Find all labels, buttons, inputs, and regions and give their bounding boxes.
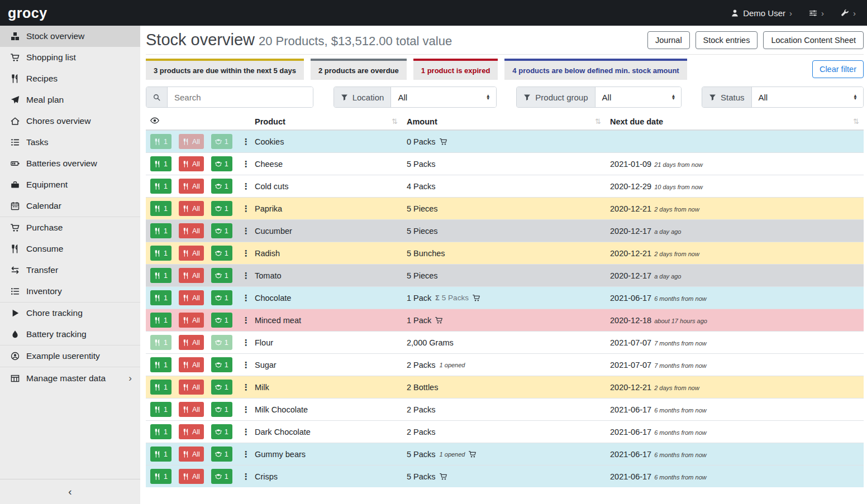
location-content-sheet-button[interactable]: Location Content Sheet (763, 31, 864, 49)
status-select[interactable]: All ▲▼ (752, 87, 863, 107)
consume-one-button[interactable]: 1 (150, 223, 172, 238)
search-input[interactable] (168, 87, 313, 107)
consume-all-button[interactable]: All (179, 268, 204, 283)
column-header-product[interactable]: Product ⇅ (250, 113, 402, 130)
sidebar-item-equipment[interactable]: Equipment (0, 174, 140, 195)
row-menu-button[interactable]: ⋮ (240, 471, 253, 483)
consume-all-button[interactable]: All (179, 424, 204, 439)
sidebar-item-manage-master-data[interactable]: Manage master data› (0, 367, 140, 390)
consume-all-button[interactable]: All (179, 223, 204, 238)
row-menu-button[interactable]: ⋮ (240, 359, 253, 371)
consume-all-button[interactable]: All (179, 156, 204, 171)
consume-one-button[interactable]: 1 (150, 156, 172, 171)
open-one-button[interactable]: 1 (211, 246, 232, 261)
consume-one-button[interactable]: 1 (150, 268, 172, 283)
sidebar-item-tasks[interactable]: Tasks (0, 132, 140, 153)
row-menu-button[interactable]: ⋮ (240, 136, 253, 148)
consume-all-button[interactable]: All (179, 134, 204, 149)
column-header-next-due-date[interactable]: Next due date ⇅ (606, 113, 864, 130)
consume-one-button[interactable]: 1 (150, 313, 172, 328)
banner-due[interactable]: 3 products are due within the next 5 day… (146, 59, 304, 80)
open-one-button[interactable]: 1 (211, 223, 232, 238)
open-one-button[interactable]: 1 (211, 134, 232, 149)
journal-button[interactable]: Journal (647, 31, 690, 49)
consume-all-button[interactable]: All (179, 335, 204, 350)
row-menu-button[interactable]: ⋮ (240, 225, 253, 237)
open-one-button[interactable]: 1 (211, 156, 232, 171)
consume-one-button[interactable]: 1 (150, 134, 172, 149)
row-menu-button[interactable]: ⋮ (240, 314, 253, 327)
sidebar-item-recipes[interactable]: Recipes (0, 68, 140, 89)
sidebar-item-example-userentity[interactable]: Example userentity (0, 345, 140, 367)
sidebar-item-meal-plan[interactable]: Meal plan (0, 89, 140, 111)
consume-one-button[interactable]: 1 (150, 424, 172, 439)
open-one-button[interactable]: 1 (211, 335, 232, 350)
open-one-button[interactable]: 1 (211, 313, 232, 328)
settings-menu[interactable]: › (809, 8, 824, 18)
open-one-button[interactable]: 1 (211, 469, 232, 484)
consume-all-button[interactable]: All (179, 357, 204, 372)
sidebar-item-shopping-list[interactable]: Shopping list (0, 47, 140, 68)
consume-all-button[interactable]: All (179, 313, 204, 328)
row-menu-button[interactable]: ⋮ (240, 381, 253, 393)
consume-one-button[interactable]: 1 (150, 402, 172, 417)
sidebar-item-inventory[interactable]: Inventory (0, 281, 140, 303)
brand-logo[interactable]: grocy (8, 5, 47, 21)
consume-one-button[interactable]: 1 (150, 469, 172, 484)
consume-one-button[interactable]: 1 (150, 380, 172, 395)
row-menu-button[interactable]: ⋮ (240, 203, 253, 215)
clear-filter-button[interactable]: Clear filter (812, 60, 864, 78)
open-one-button[interactable]: 1 (211, 290, 232, 305)
location-select[interactable]: All ▲▼ (391, 87, 496, 107)
consume-one-button[interactable]: 1 (150, 290, 172, 305)
banner-expired[interactable]: 1 product is expired (413, 59, 498, 80)
consume-all-button[interactable]: All (179, 380, 204, 395)
product-group-select[interactable]: All ▲▼ (596, 87, 682, 107)
stock-entries-button[interactable]: Stock entries (695, 31, 758, 49)
row-menu-button[interactable]: ⋮ (240, 292, 253, 304)
sidebar-item-transfer[interactable]: Transfer (0, 260, 140, 281)
user-menu[interactable]: Demo User › (731, 8, 792, 18)
consume-all-button[interactable]: All (179, 246, 204, 261)
sidebar-item-battery-tracking[interactable]: Battery tracking (0, 324, 140, 345)
row-menu-button[interactable]: ⋮ (240, 247, 253, 260)
consume-all-button[interactable]: All (179, 179, 204, 194)
row-menu-button[interactable]: ⋮ (240, 180, 253, 193)
open-one-button[interactable]: 1 (211, 179, 232, 194)
open-one-button[interactable]: 1 (211, 402, 232, 417)
banner-below-min[interactable]: 4 products are below defined min. stock … (504, 59, 687, 80)
consume-all-button[interactable]: All (179, 402, 204, 417)
open-one-button[interactable]: 1 (211, 201, 232, 216)
row-menu-button[interactable]: ⋮ (240, 426, 253, 438)
open-one-button[interactable]: 1 (211, 268, 232, 283)
sidebar-item-chores-overview[interactable]: Chores overview (0, 111, 140, 132)
row-menu-button[interactable]: ⋮ (240, 448, 253, 460)
row-menu-button[interactable]: ⋮ (240, 270, 253, 282)
row-menu-button[interactable]: ⋮ (240, 404, 253, 416)
sidebar-item-calendar[interactable]: Calendar (0, 195, 140, 217)
sidebar-item-consume[interactable]: Consume (0, 238, 140, 260)
sidebar-collapse-button[interactable]: ‹ (0, 479, 140, 504)
column-header-amount[interactable]: Amount ⇅ (402, 113, 606, 130)
admin-menu[interactable]: › (841, 8, 856, 18)
sidebar-item-stock-overview[interactable]: Stock overview (0, 26, 140, 47)
open-one-button[interactable]: 1 (211, 380, 232, 395)
open-one-button[interactable]: 1 (211, 357, 232, 372)
row-menu-button[interactable]: ⋮ (240, 158, 253, 170)
consume-all-button[interactable]: All (179, 447, 204, 462)
sidebar-item-purchase[interactable]: Purchase (0, 217, 140, 238)
consume-all-button[interactable]: All (179, 201, 204, 216)
row-menu-button[interactable]: ⋮ (240, 337, 253, 349)
consume-one-button[interactable]: 1 (150, 246, 172, 261)
sidebar-item-batteries-overview[interactable]: Batteries overview (0, 153, 140, 174)
consume-all-button[interactable]: All (179, 469, 204, 484)
consume-one-button[interactable]: 1 (150, 357, 172, 372)
consume-one-button[interactable]: 1 (150, 447, 172, 462)
consume-one-button[interactable]: 1 (150, 335, 172, 350)
sidebar-item-chore-tracking[interactable]: Chore tracking (0, 303, 140, 324)
open-one-button[interactable]: 1 (211, 424, 232, 439)
eye-icon[interactable] (150, 116, 159, 125)
consume-all-button[interactable]: All (179, 290, 204, 305)
open-one-button[interactable]: 1 (211, 447, 232, 462)
consume-one-button[interactable]: 1 (150, 201, 172, 216)
